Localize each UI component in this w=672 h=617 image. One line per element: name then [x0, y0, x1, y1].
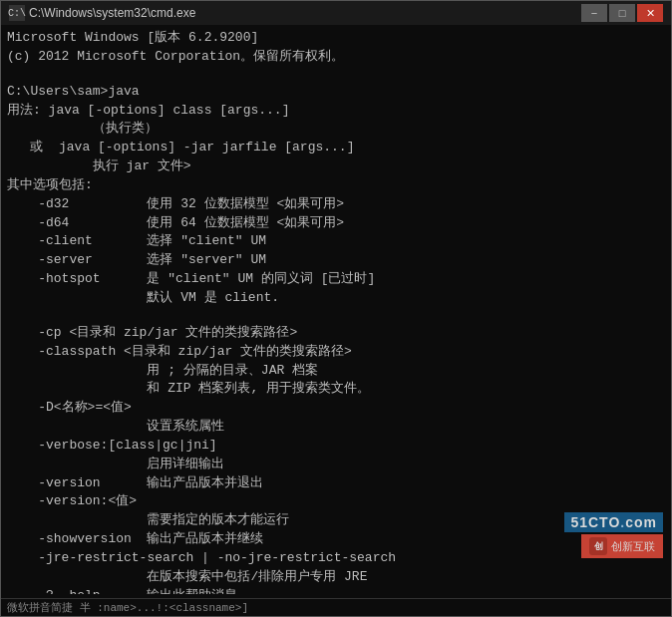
console-line: -client 选择 "client" UM — [7, 232, 665, 251]
console-line: 和 ZIP 档案列表, 用于搜索类文件。 — [7, 380, 665, 399]
watermark-logo: 创 — [589, 537, 607, 555]
close-button[interactable]: ✕ — [637, 4, 663, 22]
console-line: -verbose:[class|gc|jni] — [7, 437, 665, 456]
console-line: -? -help 输出此帮助消息 — [7, 587, 665, 594]
cmd-icon: C:\ — [9, 5, 25, 21]
watermark-51cto: 51CTO.com — [564, 512, 663, 532]
console-line: 其中选项包括: — [7, 176, 665, 195]
console-line: C:\Users\sam>java — [7, 83, 665, 102]
console-line: 设置系统属性 — [7, 418, 665, 437]
console-line: -D<名称>=<值> — [7, 399, 665, 418]
console-content[interactable]: Microsoft Windows [版本 6.2.9200](c) 2012 … — [7, 29, 665, 594]
console-line: -classpath <目录和 zip/jar 文件的类搜索路径> — [7, 343, 665, 362]
console-line: -d64 使用 64 位数据模型 <如果可用> — [7, 214, 665, 233]
title-bar: C:\ C:\Windows\system32\cmd.exe − □ ✕ — [1, 1, 671, 25]
title-bar-controls: − □ ✕ — [581, 4, 663, 22]
console-line: -version:<值> — [7, 492, 665, 511]
console-line: (c) 2012 Microsoft Corporation。保留所有权利。 — [7, 48, 665, 67]
watermark: 51CTO.com 创 创新互联 — [564, 512, 663, 558]
console-line: 用法: java [-options] class [args...] — [7, 102, 665, 121]
console-line: 在版本搜索中包括/排除用户专用 JRE — [7, 568, 665, 587]
title-bar-text: C:\Windows\system32\cmd.exe — [29, 6, 195, 20]
title-bar-left: C:\ C:\Windows\system32\cmd.exe — [9, 5, 195, 21]
watermark-text: 创新互联 — [611, 539, 655, 554]
console-line: 用 ; 分隔的目录、JAR 档案 — [7, 362, 665, 381]
console-line — [7, 67, 665, 83]
console-line: -cp <目录和 zip/jar 文件的类搜索路径> — [7, 324, 665, 343]
console-line: 或 java [-options] -jar jarfile [args...] — [7, 139, 665, 157]
console-line: 执行 jar 文件> — [7, 157, 665, 176]
console-line: -server 选择 "server" UM — [7, 251, 665, 270]
console-line — [7, 308, 665, 324]
console-line: -hotspot 是 "client" UM 的同义词 [已过时] — [7, 270, 665, 289]
console-area[interactable]: Microsoft Windows [版本 6.2.9200](c) 2012 … — [1, 25, 671, 598]
console-line: -d32 使用 32 位数据模型 <如果可用> — [7, 195, 665, 214]
minimize-button[interactable]: − — [581, 4, 607, 22]
console-line: 启用详细输出 — [7, 456, 665, 474]
console-line: 默认 VM 是 client. — [7, 289, 665, 308]
status-text: 微软拼音简捷 半 :name>...!:<classname>] — [7, 600, 248, 615]
status-bar: 微软拼音简捷 半 :name>...!:<classname>] — [1, 598, 671, 616]
console-line: （执行类） — [7, 120, 665, 139]
maximize-button[interactable]: □ — [609, 4, 635, 22]
watermark-cxhl: 创 创新互联 — [581, 534, 663, 558]
console-line: -version 输出产品版本并退出 — [7, 474, 665, 493]
console-line: Microsoft Windows [版本 6.2.9200] — [7, 29, 665, 48]
cmd-window: C:\ C:\Windows\system32\cmd.exe − □ ✕ Mi… — [0, 0, 672, 617]
